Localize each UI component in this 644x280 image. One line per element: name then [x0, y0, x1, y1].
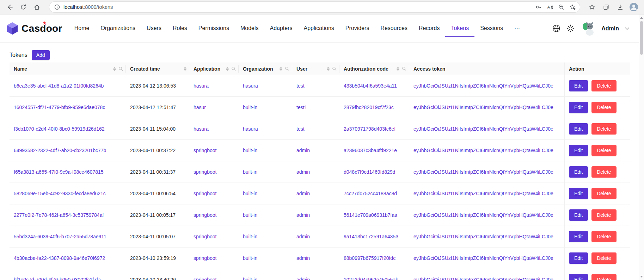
application-link[interactable]: springboot	[194, 191, 216, 196]
column-search-icon[interactable]	[285, 66, 289, 71]
organization-link[interactable]: built-in	[243, 234, 257, 239]
token-name-link[interactable]: 4b30acbe-fa22-4387-8098-9a46e70f6972	[14, 255, 105, 261]
user-link[interactable]: admin	[296, 255, 310, 261]
nav-item-records[interactable]: Records	[413, 20, 446, 37]
read-aloud-icon[interactable]: A	[545, 2, 555, 12]
nav-item-overflow[interactable]: ···	[509, 20, 526, 37]
application-link[interactable]: hasura	[194, 83, 209, 89]
application-link[interactable]: springboot	[194, 255, 216, 261]
sorter-icon[interactable]	[280, 67, 282, 71]
nav-item-home[interactable]: Home	[69, 20, 95, 37]
token-name-link[interactable]: 5828069e-15eb-4c92-933c-fecda8ed621c	[14, 191, 106, 196]
sorter-icon[interactable]	[327, 67, 330, 71]
saved-password-key-icon[interactable]	[533, 2, 544, 12]
column-search-icon[interactable]	[402, 66, 406, 71]
application-link[interactable]: hasur	[194, 105, 206, 110]
edit-button[interactable]: Edit	[569, 188, 588, 199]
column-search-icon[interactable]	[118, 66, 123, 71]
nav-item-adapters[interactable]: Adapters	[264, 20, 298, 37]
user-link[interactable]: admin	[296, 277, 310, 280]
token-name-link[interactable]: f3cb1070-c2d4-40f0-8bc0-59919d26d162	[14, 126, 105, 132]
column-search-icon[interactable]	[231, 66, 236, 71]
add-favorite-star-icon[interactable]	[567, 2, 578, 12]
application-link[interactable]: springboot	[194, 277, 216, 280]
delete-button[interactable]: Delete	[591, 145, 616, 156]
edit-button[interactable]: Edit	[569, 209, 588, 221]
organization-link[interactable]: built-in	[243, 191, 257, 196]
nav-item-tokens[interactable]: Tokens	[445, 20, 474, 37]
chevron-down-icon[interactable]	[625, 27, 629, 30]
favorites-icon[interactable]	[585, 1, 598, 13]
edit-button[interactable]: Edit	[569, 252, 588, 264]
nav-item-permissions[interactable]: Permissions	[193, 20, 235, 37]
user-link[interactable]: admin	[296, 234, 310, 239]
delete-button[interactable]: Delete	[591, 188, 616, 199]
delete-button[interactable]: Delete	[591, 123, 616, 135]
user-link[interactable]: admin	[296, 191, 310, 196]
token-name-link[interactable]: 2277e0f2-7e78-462f-a654-3c53759784af	[14, 212, 104, 218]
column-header-organization[interactable]: Organization	[239, 62, 292, 75]
scroll-down-icon[interactable]	[639, 274, 644, 279]
nav-item-sessions[interactable]: Sessions	[474, 20, 509, 37]
authorization-code-link[interactable]: 7cc27dc752cc4188ac8d	[344, 191, 397, 196]
edit-button[interactable]: Edit	[569, 231, 588, 242]
authorization-code-link[interactable]: 102a2d04c962e45055ab	[344, 277, 398, 280]
token-name-link[interactable]: 64993582-2322-4df7-ab20-cb23201bc77b	[14, 148, 106, 153]
column-header-name[interactable]: Name	[10, 62, 126, 75]
token-name-link[interactable]: f65a3813-a655-47f0-9c9a-f08ce4607815	[14, 169, 104, 175]
vertical-scrollbar[interactable]	[639, 14, 644, 280]
token-name-link[interactable]: bf1e0c7d-700d-4f76-b050-03002fc1f7fa	[14, 277, 101, 280]
user-avatar[interactable]	[581, 21, 595, 36]
sorter-icon[interactable]	[184, 67, 186, 71]
delete-button[interactable]: Delete	[591, 209, 616, 221]
edit-button[interactable]: Edit	[569, 166, 588, 178]
nav-item-users[interactable]: Users	[141, 20, 167, 37]
authorization-code-link[interactable]: d048c7f9cd1469fd829d	[344, 169, 395, 175]
home-icon[interactable]	[30, 1, 43, 13]
column-header-created-time[interactable]: Created time	[126, 62, 189, 75]
edit-button[interactable]: Edit	[569, 102, 588, 113]
organization-link[interactable]: built-in	[243, 255, 257, 261]
application-link[interactable]: springboot	[194, 148, 216, 153]
edit-button[interactable]: Edit	[569, 274, 588, 280]
delete-button[interactable]: Delete	[591, 252, 616, 264]
nav-item-applications[interactable]: Applications	[298, 20, 340, 37]
organization-link[interactable]: built-in	[243, 212, 257, 218]
casdoor-logo[interactable]: Casdoor *	[6, 22, 64, 35]
nav-item-organizations[interactable]: Organizations	[95, 20, 141, 37]
add-button[interactable]: Add	[32, 50, 50, 60]
organization-link[interactable]: built-in	[243, 169, 257, 175]
user-link[interactable]: admin	[296, 148, 310, 153]
nav-item-resources[interactable]: Resources	[375, 20, 413, 37]
organization-link[interactable]: built-in	[243, 105, 257, 110]
authorization-code-link[interactable]: 9a1413bc172591a64353	[344, 234, 398, 239]
nav-item-roles[interactable]: Roles	[167, 20, 193, 37]
column-header-authorization-code[interactable]: Authorization code	[339, 62, 409, 75]
user-link[interactable]: admin	[296, 212, 310, 218]
zoom-out-icon[interactable]	[556, 2, 566, 12]
address-bar[interactable]: localhost:8000/tokens A	[49, 2, 580, 12]
column-header-application[interactable]: Application	[189, 62, 239, 75]
token-name-link[interactable]: 16024557-df21-4779-bfb9-959e5dae078c	[14, 105, 105, 110]
authorization-code-link[interactable]: 2a370971798d403fc6ef	[344, 126, 395, 132]
user-link[interactable]: admin	[296, 169, 310, 175]
delete-button[interactable]: Delete	[591, 274, 616, 280]
application-link[interactable]: hasura	[194, 126, 209, 132]
application-link[interactable]: springboot	[194, 234, 216, 239]
authorization-code-link[interactable]: 56141e709a06931b7faa	[344, 212, 397, 218]
authorization-code-link[interactable]: 433b504b4f6a593e4a11	[344, 83, 397, 89]
user-link[interactable]: test1	[296, 105, 307, 110]
back-icon[interactable]	[4, 1, 16, 13]
nav-item-providers[interactable]: Providers	[340, 20, 375, 37]
organization-link[interactable]: hasura	[243, 126, 258, 132]
column-search-icon[interactable]	[332, 66, 337, 71]
downloads-icon[interactable]	[614, 1, 626, 13]
scrollbar-thumb[interactable]	[640, 21, 643, 55]
token-name-link[interactable]: 55bd324a-6039-40f6-b707-2a55d78ae911	[14, 234, 106, 239]
token-name-link[interactable]: b6ea3e35-abcf-41d8-a1a2-01f00fd8264b	[14, 83, 104, 89]
sorter-icon[interactable]	[397, 67, 399, 71]
application-link[interactable]: springboot	[194, 169, 216, 175]
delete-button[interactable]: Delete	[591, 102, 616, 113]
organization-link[interactable]: built-in	[243, 277, 257, 280]
theme-sun-icon[interactable]	[566, 24, 575, 32]
